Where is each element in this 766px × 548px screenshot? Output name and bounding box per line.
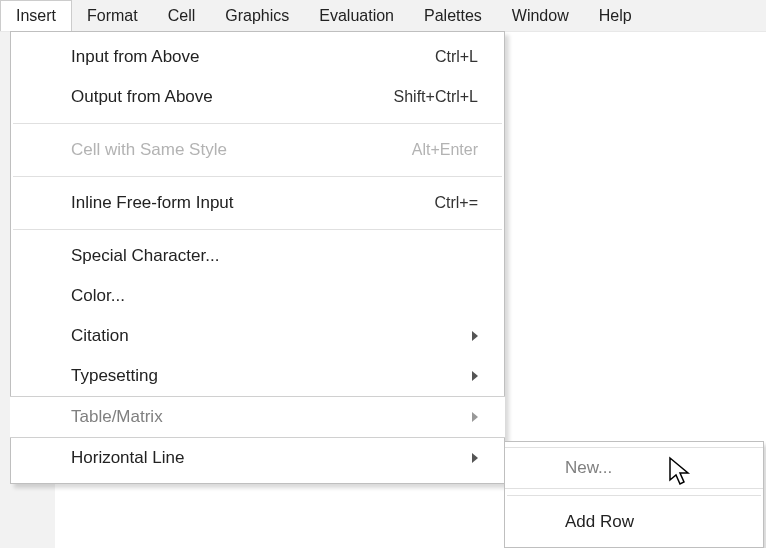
menu-help[interactable]: Help bbox=[584, 0, 647, 31]
menu-label: Insert bbox=[16, 7, 56, 25]
submenu-item-label: Add Row bbox=[565, 512, 634, 532]
menu-cell[interactable]: Cell bbox=[153, 0, 211, 31]
menu-item-label: Horizontal Line bbox=[71, 448, 184, 468]
submenu-arrow-icon bbox=[472, 331, 478, 341]
menu-item-citation[interactable]: Citation bbox=[11, 316, 504, 356]
menu-window[interactable]: Window bbox=[497, 0, 584, 31]
menu-item-horizontal-line[interactable]: Horizontal Line bbox=[11, 438, 504, 478]
menu-item-shortcut: Ctrl+L bbox=[435, 48, 478, 66]
menu-item-inline-freeform[interactable]: Inline Free-form Input Ctrl+= bbox=[11, 183, 504, 223]
menu-label: Palettes bbox=[424, 7, 482, 25]
table-matrix-submenu: New... Add Row bbox=[504, 441, 764, 548]
menu-item-special-character[interactable]: Special Character... bbox=[11, 236, 504, 276]
menu-item-label: Cell with Same Style bbox=[71, 140, 227, 160]
menu-evaluation[interactable]: Evaluation bbox=[304, 0, 409, 31]
menu-label: Window bbox=[512, 7, 569, 25]
menu-label: Cell bbox=[168, 7, 196, 25]
menu-item-label: Color... bbox=[71, 286, 125, 306]
menu-item-label: Citation bbox=[71, 326, 129, 346]
submenu-item-new[interactable]: New... bbox=[505, 447, 763, 489]
menu-item-table-matrix[interactable]: Table/Matrix bbox=[10, 396, 505, 438]
submenu-item-label: New... bbox=[565, 458, 612, 478]
menu-item-shortcut: Shift+Ctrl+L bbox=[394, 88, 478, 106]
menu-label: Format bbox=[87, 7, 138, 25]
menu-separator bbox=[13, 176, 502, 177]
menu-item-label: Typesetting bbox=[71, 366, 158, 386]
menu-item-shortcut: Alt+Enter bbox=[412, 141, 478, 159]
menu-label: Graphics bbox=[225, 7, 289, 25]
menu-item-shortcut: Ctrl+= bbox=[434, 194, 478, 212]
menubar: Insert Format Cell Graphics Evaluation P… bbox=[0, 0, 766, 32]
menu-separator bbox=[13, 229, 502, 230]
menu-item-output-from-above[interactable]: Output from Above Shift+Ctrl+L bbox=[11, 77, 504, 117]
insert-dropdown: Input from Above Ctrl+L Output from Abov… bbox=[10, 31, 505, 484]
menu-palettes[interactable]: Palettes bbox=[409, 0, 497, 31]
menu-item-color[interactable]: Color... bbox=[11, 276, 504, 316]
menu-item-label: Special Character... bbox=[71, 246, 219, 266]
submenu-arrow-icon bbox=[472, 453, 478, 463]
menu-separator bbox=[13, 123, 502, 124]
submenu-arrow-icon bbox=[472, 412, 478, 422]
menu-label: Help bbox=[599, 7, 632, 25]
menu-insert[interactable]: Insert bbox=[0, 0, 72, 31]
menu-label: Evaluation bbox=[319, 7, 394, 25]
menu-format[interactable]: Format bbox=[72, 0, 153, 31]
menu-graphics[interactable]: Graphics bbox=[210, 0, 304, 31]
menu-item-cell-same-style: Cell with Same Style Alt+Enter bbox=[11, 130, 504, 170]
submenu-arrow-icon bbox=[472, 371, 478, 381]
menu-separator bbox=[507, 495, 761, 496]
menu-item-label: Input from Above bbox=[71, 47, 200, 67]
menu-item-label: Inline Free-form Input bbox=[71, 193, 234, 213]
menu-item-typesetting[interactable]: Typesetting bbox=[11, 356, 504, 396]
menu-item-label: Output from Above bbox=[71, 87, 213, 107]
menu-item-input-from-above[interactable]: Input from Above Ctrl+L bbox=[11, 37, 504, 77]
submenu-item-add-row[interactable]: Add Row bbox=[505, 502, 763, 542]
menu-item-label: Table/Matrix bbox=[71, 407, 163, 427]
